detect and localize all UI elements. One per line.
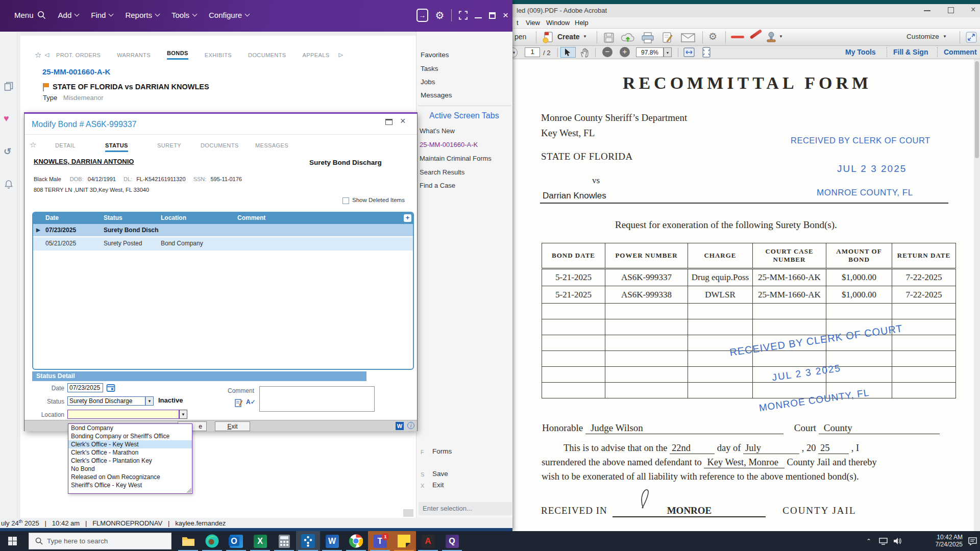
sign-document-icon[interactable] [662,32,674,44]
screen-tab-search-results[interactable]: Search Results [420,168,464,176]
fullscreen-icon[interactable] [459,10,468,20]
dropdown-option[interactable]: No Bond [68,465,192,473]
menu-configure[interactable]: Configure [209,11,249,19]
menu-edit-partial[interactable]: t [517,19,519,27]
show-deleted-checkbox[interactable] [342,197,349,204]
minimize-icon[interactable] [924,10,930,11]
create-button[interactable]: Create [557,33,580,41]
table-row[interactable]: ▶ 07/23/2025 Surety Bond Discha [33,224,413,237]
tray-volume-icon[interactable] [893,537,902,545]
sidebar-item-messages[interactable]: Messages [421,91,452,99]
heart-icon[interactable]: ♥ [4,113,9,124]
taskbar-browser-app[interactable] [200,531,224,551]
tab-documents[interactable]: DOCUMENTS [248,52,286,58]
screen-tab-find-a-case[interactable]: Find a Case [420,182,455,189]
taskbar-file-explorer[interactable] [176,531,200,551]
email-icon[interactable] [681,33,695,42]
stamp-icon[interactable] [766,32,777,44]
page-number-input[interactable]: 1 [525,47,540,57]
comment-textarea[interactable] [259,386,375,412]
spellcheck-icon[interactable]: A✓ [246,398,256,406]
favorite-star-icon[interactable]: ☆ [35,51,41,60]
tray-chevron-up-icon[interactable]: ⌄ [866,537,871,544]
menu-reports[interactable]: Reports [125,11,159,19]
screen-tab-maintain-criminal-forms[interactable]: Maintain Criminal Forms [420,155,492,162]
tab-exhibits[interactable]: EXHIBITS [205,52,232,58]
dropdown-option[interactable]: Clerk's Office - Marathon [68,448,192,457]
tabs-scroll-left-icon[interactable]: ◁ [44,52,48,58]
dropdown-option[interactable]: Bonding Company or Sheriff's Office [68,432,192,440]
dialog-tab-status[interactable]: STATUS [105,142,128,152]
location-select[interactable] [67,410,179,419]
taskbar-case-app-active[interactable] [296,531,320,551]
panel-comment[interactable]: Comment [944,48,977,56]
dialog-close-icon[interactable]: × [400,116,406,127]
open-new-window-icon[interactable]: → [416,9,428,22]
zoom-in-icon[interactable]: + [620,47,630,57]
dialog-tab-detail[interactable]: DETAIL [55,142,76,148]
taskbar-word[interactable]: W [320,531,344,551]
zoom-level-input[interactable]: 97.8% [636,47,664,57]
dialog-tab-surety[interactable]: SURETY [157,142,181,148]
info-icon[interactable]: i [407,422,414,429]
exit-button[interactable]: Exit [215,421,250,431]
status-select[interactable]: Surety Bond Discharge [67,396,145,406]
dialog-tab-messages[interactable]: MESSAGES [255,142,288,148]
taskbar-acrobat[interactable]: A [416,531,440,551]
gear-icon[interactable]: ⚙ [435,9,445,21]
gear-icon[interactable]: ⚙ [708,31,717,42]
menu-help[interactable]: Help [575,19,589,27]
menu-tools[interactable]: Tools [172,11,197,19]
enter-selection-input[interactable]: Enter selection... [419,502,512,515]
sidebar-item-favorites[interactable]: Favorites [421,51,449,59]
dialog-star-icon[interactable]: ☆ [30,140,36,149]
dropdown-option[interactable]: Bond Company [68,424,192,432]
menu-view[interactable]: View [526,19,540,27]
tab-prot-orders[interactable]: PROT. ORDERS [56,52,101,58]
col-comment[interactable]: Comment [237,214,265,221]
print-icon[interactable] [641,32,654,43]
pdf-scrollbar[interactable] [974,59,980,531]
expand-icon[interactable] [966,32,977,43]
menu-add[interactable]: Add [58,11,79,19]
menu-find[interactable]: Find [91,11,113,19]
start-button[interactable] [0,531,24,551]
minimize-icon[interactable] [475,17,481,19]
cloud-upload-icon[interactable] [621,32,635,44]
date-field[interactable]: 07/23/2025 [67,383,103,392]
table-row[interactable]: 05/21/2025 Surety Posted Bond Company [33,237,413,251]
tray-monitor-icon[interactable] [879,538,888,545]
tab-appeals[interactable]: APPEALS [303,52,330,58]
bell-icon[interactable] [4,180,13,189]
dropdown-option[interactable]: Clerk's Office - Plantation Key [68,457,192,465]
add-row-button[interactable]: + [404,214,411,222]
close-icon[interactable]: × [971,5,975,14]
tray-clock[interactable]: 10:42 AM 7/24/2025 [922,534,963,548]
resize-grip-icon[interactable] [185,487,191,493]
close-icon[interactable]: × [503,10,508,21]
action-exit[interactable]: Exit [432,481,444,489]
word-merge-icon[interactable]: W [396,422,404,430]
taskbar-outlook[interactable]: O [224,531,248,551]
save-icon[interactable] [603,32,615,43]
fit-width-icon[interactable] [683,47,695,58]
action-center-icon[interactable] [968,537,977,545]
dropdown-option[interactable]: Sheriff's Office - Key West [68,481,192,489]
taskbar-sticky-notes[interactable] [392,531,416,551]
highlight-strike-icon[interactable] [731,36,744,38]
taskbar-chrome[interactable] [344,531,368,551]
screen-tab-case[interactable]: 25-MM-001660-A-K [420,141,478,148]
open-button-partial[interactable]: pen [514,33,526,41]
restore-icon[interactable] [489,12,496,19]
panel-fill-sign[interactable]: Fill & Sign [893,48,928,56]
tab-warrants[interactable]: WARRANTS [117,52,151,58]
zoom-dropdown-icon[interactable]: ▼ [664,47,672,57]
col-date[interactable]: Date [45,214,59,221]
dialog-tab-documents[interactable]: DOCUMENTS [201,142,239,148]
taskbar-calculator[interactable] [272,531,296,551]
edit-note-icon[interactable] [235,398,243,408]
action-save[interactable]: Save [432,470,448,478]
customize-button[interactable]: Customize [906,33,939,40]
taskbar-q-app[interactable]: Q [440,531,464,551]
zoom-out-icon[interactable]: − [602,47,612,57]
